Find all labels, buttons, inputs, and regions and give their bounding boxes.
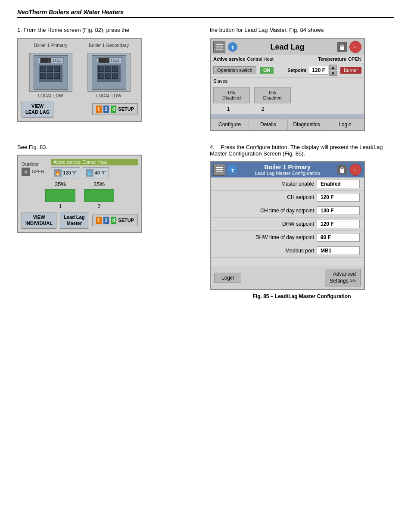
- slave-2-item: 0% Disabled: [254, 87, 291, 103]
- burner-badge: Burner: [340, 67, 361, 74]
- ll-lock-icon: [337, 42, 347, 52]
- cs-dhw-setpoint-row: DHW setpoint 120 F: [211, 218, 364, 231]
- fig-caption: Fig. 85 – Lead/Lag Master Configuration: [210, 293, 394, 299]
- setpoint-down-button[interactable]: ▼: [329, 71, 337, 76]
- cs-ch-setpoint-value[interactable]: 120 F: [317, 193, 360, 202]
- hs2-row1: Outdoor ⚙ OPEN Active service: Central H…: [22, 159, 138, 178]
- slave-2-num: 2: [248, 106, 278, 112]
- hs2-water-icon: 💧: [86, 169, 93, 177]
- cs-modbus-label: Modbus port: [215, 248, 317, 254]
- hs2-bars: 35% 1 35% 2: [22, 181, 138, 209]
- boiler-screen-1: Boiler 1 Primary Boiler 1 Secondary ████…: [17, 38, 142, 122]
- boiler-col-1-label: Boiler 1 Primary: [22, 43, 80, 48]
- cs-menu-icon[interactable]: [213, 164, 225, 176]
- slave-1-item: 0% Disabled: [213, 87, 250, 103]
- page-title: NeoTherm Boilers and Water Heaters: [17, 9, 124, 16]
- cs-dhw-time-label: DHW time of day setpoint: [215, 234, 317, 240]
- cs-master-enable-label: Master enable: [215, 181, 317, 187]
- svg-rect-2: [216, 49, 223, 50]
- hs2-bar2-num: 2: [84, 203, 114, 209]
- setpoint-arrows[interactable]: ▲ ▼: [329, 65, 337, 76]
- svg-point-3: [232, 48, 234, 50]
- hs2-bar1: [45, 189, 75, 202]
- operation-switch-button[interactable]: Operation switch: [213, 66, 256, 74]
- see-fig-text: See Fig. 83.: [17, 144, 201, 150]
- hs2-open-label: OPEN: [32, 169, 44, 174]
- cs-spacer: [211, 258, 364, 266]
- hs2-active-badge: Active service: Central Heat: [51, 159, 138, 165]
- ll-active-service-row: Active service Central Heat Temperature …: [211, 55, 364, 63]
- ll-menu-icon[interactable]: [213, 41, 225, 53]
- svg-point-8: [232, 171, 234, 172]
- cs-back-button[interactable]: ←: [349, 164, 361, 176]
- cs-dhw-time-value[interactable]: 90 F: [317, 233, 360, 242]
- cs-header-titles: Boiler 1 Primary Lead Lag Master Configu…: [240, 164, 335, 176]
- setpoint-up-button[interactable]: ▲: [329, 65, 337, 70]
- svg-rect-1: [216, 47, 223, 47]
- ll-slaves-label: Slaves: [213, 78, 361, 84]
- lead-lag-master-button[interactable]: Lead Lag Master: [60, 212, 88, 229]
- view-individual-button[interactable]: VIEW INDIVIDUAL: [22, 212, 56, 229]
- boiler1-local-low: LOCAL LOW: [29, 93, 72, 98]
- cs-master-enable-value[interactable]: Enabled: [317, 180, 360, 188]
- nav-configure-button[interactable]: Configure: [211, 118, 249, 130]
- cs-ch-setpoint-row: CH setpoint 120 F: [211, 191, 364, 204]
- svg-rect-5: [216, 167, 223, 168]
- ll-title: Lead Lag: [240, 43, 335, 52]
- cs-title2: Lead Lag Master Configuration: [240, 171, 335, 176]
- page-header: NeoTherm Boilers and Water Heaters: [17, 9, 394, 18]
- ll-status-strip: [211, 114, 364, 118]
- cs-lock-icon: [337, 165, 347, 174]
- cs-footer: Login Advanced Settings >>: [211, 266, 364, 289]
- hs2-settings-icon: ⚙: [22, 168, 30, 176]
- nav-details-button[interactable]: Details: [249, 118, 287, 130]
- ll-nav-row: Configure Details Diagnostics Login: [211, 118, 364, 130]
- hs2-bar2-pct: 35%: [84, 181, 114, 187]
- step1-continuation: the button for Lead Lag Master. Fig. 84 …: [210, 27, 394, 33]
- hs2-bar2: [84, 189, 114, 202]
- cs-ch-time-row: CH time of day setpoint 130 F: [211, 204, 364, 218]
- boiler-col-2-label: Boiler 1 Secondary: [80, 43, 138, 48]
- boiler2-local-low: LOCAL LOW: [87, 93, 131, 98]
- svg-rect-9: [340, 169, 344, 173]
- lead-lag-screen: Lead Lag ← Active service Central Heat T…: [210, 38, 365, 131]
- svg-rect-7: [216, 171, 223, 172]
- cs-login-button[interactable]: Login: [214, 273, 241, 283]
- cs-dhw-time-row: DHW time of day setpoint 90 F: [211, 231, 364, 244]
- hs2-footer: VIEW INDIVIDUAL Lead Lag Master 1 2 4 SE…: [22, 212, 138, 229]
- boiler-screen-header: Boiler 1 Primary Boiler 1 Secondary: [22, 43, 138, 48]
- slave-1-num: 1: [213, 106, 243, 112]
- cs-dhw-setpoint-value[interactable]: 120 F: [317, 220, 360, 228]
- hs2-temp2-box: 💧 40 °F: [83, 167, 109, 178]
- nav-login-button[interactable]: Login: [326, 118, 364, 130]
- step4-text: 4. Press the Configure button. The displ…: [210, 144, 394, 157]
- cs-ch-setpoint-label: CH setpoint: [215, 194, 317, 200]
- cs-wifi-icon: [228, 165, 237, 174]
- cs-ch-time-value[interactable]: 130 F: [317, 206, 360, 215]
- cs-modbus-value[interactable]: MB1: [317, 246, 360, 255]
- operation-on-badge: ON: [260, 67, 274, 74]
- hs2-bar1-pct: 35%: [45, 181, 75, 187]
- nav-diagnostics-button[interactable]: Diagnostics: [288, 118, 326, 130]
- hs2-setup-button[interactable]: 1 2 4 SETUP: [92, 215, 138, 226]
- cs-dhw-setpoint-label: DHW setpoint: [215, 221, 317, 227]
- hs2-flame-icon: 🔥: [54, 169, 62, 177]
- view-lead-lag-button[interactable]: VIEW LEAD LAG: [22, 101, 53, 118]
- hs2-bar1-col: 35% 1: [45, 181, 75, 209]
- boiler2-image: ████ 1111: [87, 53, 131, 92]
- cs-ch-time-label: CH time of day setpoint: [215, 208, 317, 214]
- cs-modbus-row: Modbus port MB1: [211, 244, 364, 258]
- ll-wifi-icon: [228, 42, 237, 52]
- ll-back-button[interactable]: ←: [349, 41, 361, 53]
- svg-rect-6: [216, 169, 223, 170]
- outdoor-label: Outdoor: [22, 162, 44, 167]
- svg-rect-0: [216, 44, 223, 45]
- cs-master-enable-row: Master enable Enabled: [211, 177, 364, 191]
- home-screen-2: Outdoor ⚙ OPEN Active service: Central H…: [17, 155, 142, 233]
- hs2-temp1-box: 🔥 120 °F: [51, 167, 80, 178]
- setup-button[interactable]: 1 2 4 SETUP: [92, 103, 138, 115]
- ll-header: Lead Lag ←: [211, 39, 364, 55]
- ll-slaves-box: Slaves 0% Disabled 0% Disabled 1 2: [211, 78, 364, 114]
- step1-text: 1. From the Home screen (Fig. 82), press…: [17, 27, 201, 33]
- cs-advanced-button[interactable]: Advanced Settings >>: [325, 269, 361, 286]
